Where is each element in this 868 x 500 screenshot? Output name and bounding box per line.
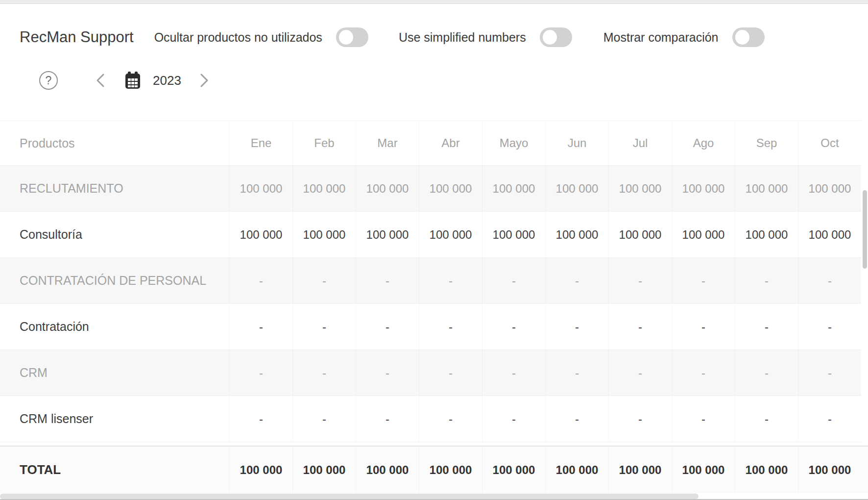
- total-value-cell: 100 000: [482, 447, 545, 493]
- value-cell: -: [672, 258, 735, 303]
- value-cell: -: [482, 396, 545, 442]
- value-cell: -: [608, 396, 672, 442]
- total-value-cell: 100 000: [672, 447, 735, 493]
- value-cell: -: [545, 258, 608, 303]
- value-cell: -: [545, 350, 608, 396]
- value-cell: -: [545, 396, 608, 442]
- table-row-contratación: Contratación----------: [0, 304, 861, 350]
- total-value-cell: 100 000: [229, 447, 292, 493]
- value-cell: -: [292, 304, 356, 350]
- value-cell: -: [608, 258, 672, 303]
- row-label: Consultoría: [0, 212, 229, 257]
- previous-year-button[interactable]: [95, 73, 106, 88]
- column-header-ene: Ene: [229, 121, 292, 165]
- value-cell: -: [229, 304, 292, 350]
- horizontal-scrollbar-thumb[interactable]: [0, 494, 699, 499]
- row-label: Contratación: [0, 304, 229, 350]
- column-header-jul: Jul: [608, 121, 672, 165]
- table-header-row: Productos EneFebMarAbrMayoJunJulAgoSepOc…: [0, 121, 861, 166]
- value-cell: -: [608, 350, 672, 396]
- value-cell: -: [229, 258, 292, 303]
- page-title: RecMan Support: [20, 28, 134, 46]
- value-cell: -: [419, 350, 482, 396]
- chevron-right-icon: [199, 73, 210, 88]
- value-cell: -: [229, 350, 292, 396]
- value-cell: -: [356, 258, 419, 303]
- year-navigator: ? 2023: [20, 71, 848, 90]
- toggle-switch-hide-unused[interactable]: [336, 27, 368, 47]
- value-cell: -: [672, 304, 735, 350]
- toggle-knob: [735, 30, 749, 45]
- toggle-group-simplified-numbers: Use simplified numbers: [399, 27, 572, 47]
- row-label: CRM: [0, 350, 229, 396]
- help-button[interactable]: ?: [39, 71, 58, 90]
- next-year-button[interactable]: [199, 73, 210, 88]
- column-header-sep: Sep: [735, 121, 798, 165]
- toggle-label-hide-unused: Ocultar productos no utilizados: [154, 30, 322, 45]
- table-row-crm-lisenser: CRM lisenser----------: [0, 396, 861, 442]
- row-label: RECLUTAMIENTO: [0, 166, 229, 211]
- value-cell: -: [419, 304, 482, 350]
- year-label[interactable]: 2023: [153, 73, 181, 88]
- value-cell: 100 000: [419, 212, 482, 257]
- total-value-cell: 100 000: [735, 447, 798, 493]
- value-cell: -: [798, 396, 861, 442]
- value-cell: -: [735, 396, 798, 442]
- value-cell: 100 000: [356, 212, 419, 257]
- value-cell: -: [292, 350, 356, 396]
- toggle-knob: [543, 30, 557, 45]
- value-cell: -: [672, 396, 735, 442]
- total-section: TOTAL 100 000100 000100 000100 000100 00…: [0, 446, 868, 493]
- total-value-cell: 100 000: [798, 447, 861, 493]
- value-cell: -: [419, 258, 482, 303]
- question-mark-icon: ?: [46, 74, 52, 87]
- toggle-switch-simplified-numbers[interactable]: [540, 27, 572, 47]
- value-cell: -: [735, 350, 798, 396]
- toggle-label-simplified-numbers: Use simplified numbers: [399, 30, 526, 45]
- spacer: [0, 442, 868, 446]
- value-cell: -: [292, 258, 356, 303]
- value-cell: 100 000: [608, 166, 672, 211]
- column-header-mar: Mar: [356, 121, 419, 165]
- total-label: TOTAL: [0, 447, 229, 493]
- calendar-button[interactable]: [124, 71, 141, 90]
- toggle-switch-show-comparison[interactable]: [732, 27, 765, 47]
- value-cell: 100 000: [545, 166, 608, 211]
- value-cell: 100 000: [798, 212, 861, 257]
- total-value-cell: 100 000: [608, 447, 672, 493]
- table-row-consultoría: Consultoría100 000100 000100 000100 0001…: [0, 212, 861, 258]
- total-value-cell: 100 000: [419, 447, 482, 493]
- value-cell: -: [419, 396, 482, 442]
- table-body: RECLUTAMIENTO100 000100 000100 000100 00…: [0, 166, 861, 442]
- column-header-oct: Oct: [798, 121, 861, 165]
- value-cell: -: [608, 304, 672, 350]
- table-row-contratación-de-personal: CONTRATACIÓN DE PERSONAL----------: [0, 258, 861, 304]
- value-cell: -: [356, 350, 419, 396]
- toggle-group-show-comparison: Mostrar comparación: [603, 27, 765, 47]
- calendar-icon: [124, 71, 141, 90]
- value-cell: 100 000: [735, 166, 798, 211]
- app-header: RecMan Support Ocultar productos no util…: [20, 26, 848, 48]
- toggle-label-show-comparison: Mostrar comparación: [603, 30, 719, 45]
- value-cell: -: [735, 304, 798, 350]
- column-header-ago: Ago: [672, 121, 735, 165]
- value-cell: -: [482, 304, 545, 350]
- value-cell: -: [672, 350, 735, 396]
- value-cell: 100 000: [229, 212, 292, 257]
- value-cell: -: [356, 396, 419, 442]
- vertical-scrollbar-thumb[interactable]: [863, 190, 867, 269]
- value-cell: -: [798, 304, 861, 350]
- value-cell: 100 000: [292, 166, 356, 211]
- value-cell: -: [229, 396, 292, 442]
- total-value-cell: 100 000: [292, 447, 356, 493]
- value-cell: 100 000: [356, 166, 419, 211]
- horizontal-scrollbar[interactable]: [0, 493, 868, 500]
- table-row-reclutamiento: RECLUTAMIENTO100 000100 000100 000100 00…: [0, 166, 861, 212]
- products-table: Productos EneFebMarAbrMayoJunJulAgoSepOc…: [0, 121, 861, 442]
- value-cell: -: [545, 304, 608, 350]
- value-cell: 100 000: [672, 212, 735, 257]
- chevron-left-icon: [95, 73, 106, 88]
- total-value-cell: 100 000: [356, 447, 419, 493]
- column-header-products: Productos: [0, 121, 229, 165]
- value-cell: -: [356, 304, 419, 350]
